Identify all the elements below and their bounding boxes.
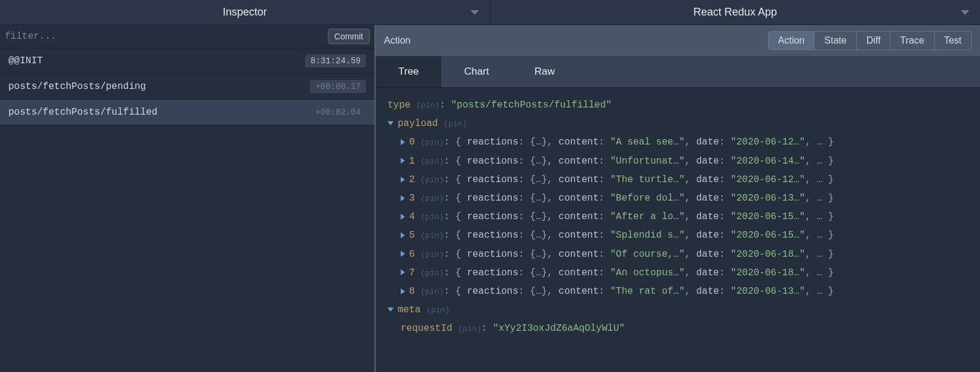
tree-node-payload-item[interactable]: 3 (pin): { reactions: {…}, content: "Bef… [388,189,968,208]
action-row[interactable]: posts/fetchPosts/pending+00:00.17 [0,74,374,100]
pin-label[interactable]: (pin) [420,157,444,166]
pin-label[interactable]: (pin) [420,176,444,185]
tab-trace[interactable]: Trace [890,32,933,50]
top-bar: Inspector React Redux App [0,0,980,25]
sub-tabs: TreeChartRaw [376,56,980,88]
pin-label[interactable]: (pin) [420,213,444,222]
pin-label[interactable]: (pin) [444,119,467,128]
pin-label[interactable]: (pin) [420,287,444,296]
caret-down-icon [471,10,479,15]
tree-node-meta[interactable]: meta (pin) [388,301,968,319]
chevron-right-icon[interactable] [401,214,405,220]
action-row[interactable]: posts/fetchPosts/fulfilled+00:02.04 [0,100,374,125]
pin-label[interactable]: (pin) [420,194,444,203]
action-time-badge: +00:00.17 [310,80,366,93]
action-time-badge: 8:31:24.59 [305,54,366,67]
tree-node-payload-item[interactable]: 6 (pin): { reactions: {…}, content: "Of … [388,245,968,264]
tree-node-payload[interactable]: payload (pin) [388,115,968,133]
action-list: @@INIT8:31:24.59posts/fetchPosts/pending… [0,48,374,372]
tree-node-payload-item[interactable]: 1 (pin): { reactions: {…}, content: "Unf… [388,152,968,171]
chevron-right-icon[interactable] [401,288,405,294]
right-panel: Action ActionStateDiffTraceTest TreeChar… [376,25,980,372]
main: Commit @@INIT8:31:24.59posts/fetchPosts/… [0,25,980,372]
chevron-down-icon[interactable] [388,121,394,125]
tree-node-payload-item[interactable]: 5 (pin): { reactions: {…}, content: "Spl… [388,226,968,245]
caret-down-icon [961,10,969,15]
pin-label[interactable]: (pin) [420,250,444,259]
pin-label[interactable]: (pin) [420,138,444,147]
subtab-raw[interactable]: Raw [512,56,577,87]
tab-group: ActionStateDiffTraceTest [768,31,972,50]
pin-label[interactable]: (pin) [420,231,444,240]
panel-header: Action ActionStateDiffTraceTest [376,25,980,56]
tree-node-type[interactable]: type (pin): "posts/fetchPosts/fulfilled" [388,96,968,115]
action-name: @@INIT [8,56,43,66]
tree-node-payload-item[interactable]: 0 (pin): { reactions: {…}, content: "A s… [388,133,968,152]
panel-title: Action [384,35,768,46]
tree-node-payload-item[interactable]: 8 (pin): { reactions: {…}, content: "The… [388,282,968,301]
subtab-tree[interactable]: Tree [376,56,441,87]
chevron-right-icon[interactable] [401,269,405,275]
filter-row: Commit [0,25,374,48]
tree-node-payload-item[interactable]: 4 (pin): { reactions: {…}, content: "Aft… [388,208,968,226]
tab-diff[interactable]: Diff [856,32,890,50]
subtab-chart[interactable]: Chart [441,56,512,87]
chevron-right-icon[interactable] [401,232,405,238]
tab-action[interactable]: Action [769,32,814,50]
chevron-down-icon[interactable] [388,308,394,312]
action-row[interactable]: @@INIT8:31:24.59 [0,48,374,74]
tree-view: type (pin): "posts/fetchPosts/fulfilled"… [376,88,980,372]
inspector-selector[interactable]: Inspector [0,0,490,24]
chevron-right-icon[interactable] [401,177,405,183]
inspector-selector-label: Inspector [223,6,267,19]
instance-selector[interactable]: React Redux App [490,0,980,24]
pin-label[interactable]: (pin) [426,306,450,315]
pin-label[interactable]: (pin) [458,324,481,333]
chevron-right-icon[interactable] [401,139,405,145]
filter-input[interactable] [5,31,328,42]
tab-test[interactable]: Test [934,32,971,50]
tree-node-payload-item[interactable]: 7 (pin): { reactions: {…}, content: "An … [388,264,968,282]
chevron-right-icon[interactable] [401,158,405,164]
instance-selector-label: React Redux App [693,6,777,19]
chevron-right-icon[interactable] [401,195,405,201]
chevron-right-icon[interactable] [401,251,405,257]
action-time-badge: +00:02.04 [310,106,366,119]
tab-state[interactable]: State [814,32,856,50]
pin-label[interactable]: (pin) [416,101,440,110]
tree-node-meta-requestid[interactable]: requestId (pin): "xYy2I3oxJdZ6aAqOlyWlU" [388,319,968,338]
tree-node-payload-item[interactable]: 2 (pin): { reactions: {…}, content: "The… [388,171,968,189]
action-name: posts/fetchPosts/fulfilled [8,107,158,118]
left-panel: Commit @@INIT8:31:24.59posts/fetchPosts/… [0,25,376,372]
action-name: posts/fetchPosts/pending [8,81,146,92]
pin-label[interactable]: (pin) [420,269,444,278]
commit-button[interactable]: Commit [328,29,370,44]
